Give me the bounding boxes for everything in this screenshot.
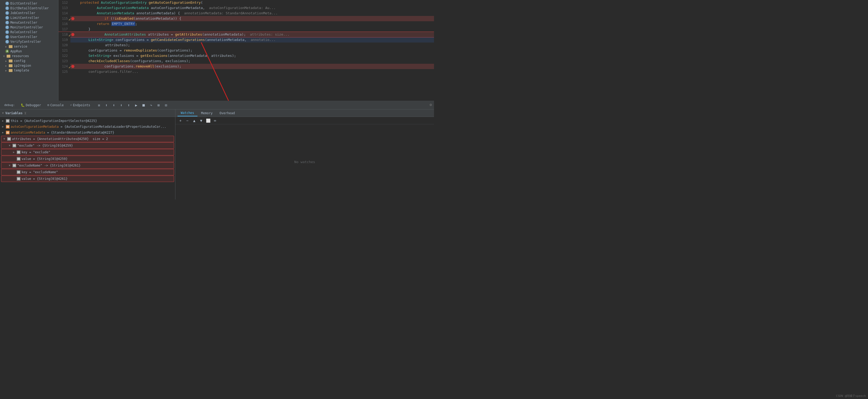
tab-endpoints[interactable]: ⚡ Endpoints [67,102,93,108]
tab-watches[interactable]: Watches [178,110,197,117]
tree-item-limitcontroller[interactable]: C LimitController [0,15,58,20]
tree-item-label: service [14,45,27,48]
tree-item-jobcontroller[interactable]: C JobController [0,11,58,15]
toolbar-btn-step-up[interactable]: ⬆ [126,102,131,108]
code-line-124: 124 ✓ configurations.removeAll(exclusion… [59,64,434,69]
watches-copy-btn[interactable]: ⬜ [205,118,211,124]
endpoints-icon: ⚡ [70,103,72,107]
var-row-exclude-key[interactable]: ▶ key = "exclude" [1,149,174,156]
expand-arrow: ▼ [3,55,6,58]
toolbar-btn-up[interactable]: ⬆ [103,102,109,108]
tree-item-dictdetailcontroller[interactable]: C DictDetailController [0,6,58,11]
tab-console[interactable]: ⊟ Console [45,102,66,108]
tree-item-config[interactable]: ▶ config [0,59,58,63]
code-line-118: 118 ✓ AnnotationAttributes attributes = … [59,32,434,37]
tree-item-verifycontroller[interactable]: C VerifyController [0,39,58,44]
expand-arrow: ▼ [9,143,11,148]
class-icon: A [5,49,9,53]
settings-icon[interactable]: ⚙ [430,103,432,107]
debugger-area: debug: 🐛 Debugger ⊟ Console ⚡ Endpoints … [0,101,434,199]
line-number: 114 [59,11,70,16]
tab-memory[interactable]: Memory [198,110,216,116]
line-number: 120 [59,42,70,48]
eq-icon [17,177,21,180]
code-editor: 112 protected AutoConfigurationEntry get… [59,0,434,101]
expand-arrow: ▶ [2,130,5,135]
toolbar-btn-skip[interactable]: ↷ [148,102,154,108]
tree-item-usercontroller[interactable]: C UserController [0,35,58,39]
toolbar-btn-list[interactable]: ≡ [96,102,102,108]
line-content: protected AutoConfigurationEntry getAuto… [70,0,434,5]
tree-item-label: DictController [10,2,37,5]
eq-icon [6,119,9,123]
breakpoint-118 [71,33,74,36]
class-icon: C [5,6,9,10]
tab-debugger[interactable]: 🐛 Debugger [18,102,44,108]
var-value: = "exclude" [27,150,51,155]
watches-up-btn[interactable]: ▲ [191,118,197,124]
watches-down-btn[interactable]: ▼ [198,118,204,124]
line-number: 125 [59,69,70,74]
debug-label: debug: [2,102,17,108]
var-row-attributes[interactable]: ▼ attributes = {AnnotationAttributes@425… [1,136,174,142]
tree-item-menucontroller[interactable]: C MenuController [0,20,58,25]
var-value: = {String[0]@4261} [31,176,67,181]
toolbar-btn-stop[interactable]: ⏹ [141,102,147,108]
expand-arrow: ▶ [5,60,8,62]
tree-item-apprun[interactable]: A AppRun [0,49,58,54]
bug-icon: 🐛 [21,103,25,107]
tree-item-template[interactable]: ▶ template [0,68,58,73]
toolbar-btn-grid[interactable]: ⊞ [155,102,161,108]
expand-arrow: ▶ [2,119,5,123]
tab-overhead[interactable]: Overhead [216,110,238,116]
tree-item-label: DictDetailController [10,6,49,10]
line-number: 121 [59,48,70,53]
toolbar-btn-step-down[interactable]: ⬇ [118,102,124,108]
code-line-125: 125 configurations.filter... [59,69,434,74]
tree-item-resources[interactable]: ▼ resources [0,54,58,59]
var-row-this[interactable]: ▶ this = {AutoConfigurationImportSelecto… [0,118,175,124]
expand-arrow: ▶ [5,45,8,48]
eq-icon [12,164,16,167]
class-icon: C [5,2,9,5]
watches-add-btn[interactable]: + [178,118,183,124]
var-row-autoconfigmeta[interactable]: ▶ autoConfigurationMetadata = {AutoConfi… [0,124,175,130]
line-content: configurations = removeDuplicates(config… [70,48,434,53]
folder-icon [9,64,12,67]
eq-icon [6,125,9,129]
line-content: configurations.removeAll(exclusions); [70,64,434,69]
tree-item-ip2region[interactable]: ▶ ip2region [0,63,58,68]
toolbar-btn-down[interactable]: ⬇ [111,102,117,108]
var-row-annotationmeta[interactable]: ▶ annotationMetadata = {StandardAnnotati… [0,130,175,135]
toolbar-btn-run[interactable]: ▶ [133,102,139,108]
variables-panel-title: Variables [5,111,23,115]
var-row-exclude-value[interactable]: ▶ value = {String[0]@4259} [1,156,174,162]
code-line-114: 114 AnnotationMetadata annotationMetadat… [59,11,434,16]
code-line-119: 119 List<String> configurations = getCan… [59,37,434,42]
tree-item-rolecontroller[interactable]: C RoleController [0,30,58,35]
toolbar-btn-expand[interactable]: ⊟ [163,102,169,108]
var-row-excludename-key[interactable]: ▶ key = "excludeName" [1,169,174,175]
var-value: = {AnnotationAttributes@4250} size = 2 [31,137,108,141]
filter-icon[interactable]: ⊻ [24,111,27,115]
class-icon: C [5,26,9,29]
code-line-113: 113 AutoConfigurationMetadata autoConfig… [59,5,434,11]
eq-icon [17,170,21,174]
var-row-excludename[interactable]: ▼ "excludeName" -> {String[0]@4261} [1,162,174,169]
var-row-excludename-value[interactable]: ▶ value = {String[0]@4261} [1,175,174,182]
var-row-exclude[interactable]: ▼ "exclude" -> {String[0]@4259} [1,142,174,149]
tree-item-label: MenuController [10,21,37,25]
debug-tab-bar: debug: 🐛 Debugger ⊟ Console ⚡ Endpoints … [0,101,434,109]
tree-item-monitorcontroller[interactable]: C MonitorController [0,25,58,30]
class-icon: C [5,11,9,15]
line-number: 122 [59,53,70,59]
variables-collapse-arrow[interactable]: ▼ [2,111,4,114]
watches-remove-btn[interactable]: − [184,118,190,124]
line-content: List<String> configurations = getCandida… [70,37,434,42]
var-value: = "excludeName" [27,170,58,174]
code-line-115: 115 ✓ if (!isEnabled(annotationMetadata)… [59,16,434,21]
watches-loop-btn[interactable]: ∞ [212,118,218,124]
tree-item-service[interactable]: ▶ service [0,44,58,49]
tree-item-dictcontroller[interactable]: C DictController [0,1,58,6]
var-value: -> {String[0]@4261} [42,163,81,168]
